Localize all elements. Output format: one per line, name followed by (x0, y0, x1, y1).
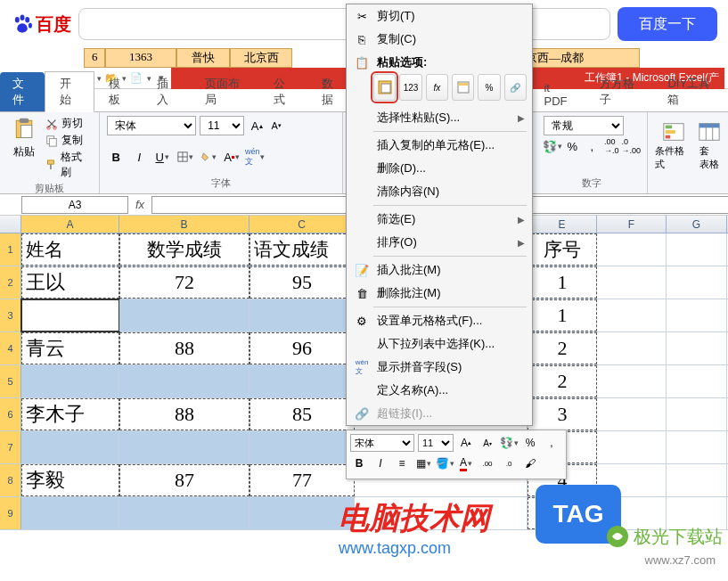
pinyin-button[interactable]: wén文▾ (246, 148, 264, 166)
cell[interactable]: 95 (249, 266, 355, 299)
number-format-select[interactable]: 常规 (544, 116, 624, 135)
tab-layout[interactable]: 页面布局 (191, 72, 258, 111)
cell[interactable]: 青云 (21, 332, 119, 364)
cell[interactable] (597, 299, 667, 331)
tab-home[interactable]: 开始 (45, 71, 94, 112)
tab-template[interactable]: 模板 (94, 72, 143, 111)
cell[interactable]: 3 (528, 398, 597, 430)
comma-icon[interactable]: , (543, 434, 560, 452)
tab-diy[interactable]: DIY工具箱 (653, 72, 728, 111)
row-header[interactable]: 8 (0, 464, 21, 496)
fill-color-button[interactable]: ▾ (200, 148, 217, 166)
cell[interactable] (597, 365, 667, 397)
row-header[interactable]: 1 (0, 233, 21, 266)
ctx-insert-copied[interactable]: 插入复制的单元格(E)... (347, 134, 532, 157)
comma-icon[interactable]: , (583, 137, 601, 155)
tab-pdf[interactable]: it PDF (529, 78, 585, 111)
ctx-filter[interactable]: 筛选(E)▶ (347, 208, 532, 231)
mini-size-select[interactable]: 11 (418, 434, 454, 452)
ctx-insert-comment[interactable]: 📝插入批注(M) (347, 258, 532, 282)
underline-button[interactable]: U▾ (153, 148, 171, 166)
paste-opt-formula[interactable]: fx (426, 74, 448, 101)
cell[interactable]: 李毅 (21, 464, 119, 496)
cell[interactable]: 1 (528, 266, 597, 299)
font-color-icon[interactable]: A▾ (457, 454, 475, 472)
cell[interactable] (249, 299, 355, 331)
fx-icon[interactable]: fx (135, 198, 144, 211)
percent-icon[interactable]: % (563, 137, 581, 155)
col-header-G[interactable]: G (667, 216, 727, 233)
font-name-select[interactable]: 宋体 (107, 116, 196, 135)
copy-button[interactable]: 复制 (45, 133, 92, 148)
cell[interactable] (119, 431, 249, 463)
percent-icon[interactable]: % (521, 434, 539, 452)
row-header[interactable]: 5 (0, 365, 21, 397)
col-header-E[interactable]: E (528, 216, 597, 233)
conditional-format-button[interactable]: 条件格式 (655, 121, 692, 190)
currency-icon[interactable]: 💱▾ (500, 434, 518, 452)
mini-font-select[interactable]: 宋体 (350, 434, 414, 452)
cell[interactable] (667, 431, 727, 463)
cell[interactable]: 2 (528, 332, 597, 364)
border-button[interactable]: ▾ (176, 148, 194, 166)
ctx-paste-special[interactable]: 选择性粘贴(S)...▶ (347, 106, 532, 129)
cell[interactable]: 数学成绩 (119, 233, 249, 266)
row-header[interactable]: 4 (0, 332, 21, 364)
tab-fgz[interactable]: 方方格子 (585, 72, 653, 111)
cell[interactable] (249, 365, 355, 397)
cell[interactable] (667, 233, 727, 266)
ctx-cut[interactable]: ✂剪切(T) (347, 4, 532, 28)
ctx-dropdown-pick[interactable]: 从下拉列表中选择(K)... (347, 332, 532, 356)
fill-color-icon[interactable]: 🪣▾ (436, 454, 454, 472)
paste-opt-values[interactable]: 123 (399, 74, 421, 101)
cell[interactable]: 87 (119, 464, 249, 496)
cell[interactable] (667, 464, 727, 496)
row-header[interactable]: 9 (0, 497, 21, 529)
tab-file[interactable]: 文件 (0, 72, 45, 111)
cell[interactable]: 姓名 (21, 233, 119, 266)
format-painter-icon[interactable]: 🖌 (521, 454, 539, 472)
cell[interactable] (597, 266, 667, 299)
col-header-A[interactable]: A (21, 216, 119, 233)
tab-insert[interactable]: 插入 (143, 72, 191, 111)
bold-button[interactable]: B (107, 148, 125, 166)
cell[interactable] (119, 365, 249, 397)
cell[interactable] (667, 299, 727, 331)
bold-button[interactable]: B (350, 454, 368, 472)
col-header-F[interactable]: F (597, 216, 667, 233)
currency-icon[interactable]: 💱▾ (544, 137, 561, 155)
name-box[interactable] (21, 196, 128, 214)
row-header[interactable]: 2 (0, 266, 21, 299)
format-table-button[interactable]: 套 表格 (698, 121, 721, 190)
decrease-decimal-icon[interactable]: .0→.00 (622, 137, 640, 155)
ctx-hyperlink[interactable]: 🔗超链接(I)... (347, 402, 532, 425)
cell[interactable] (597, 431, 667, 463)
cell-active[interactable] (21, 299, 119, 331)
ctx-sort[interactable]: 排序(O)▶ (347, 231, 532, 254)
decrease-font-icon[interactable]: A▾ (479, 434, 496, 452)
italic-button[interactable]: I (130, 148, 148, 166)
paste-opt-all[interactable] (373, 74, 396, 101)
cell[interactable]: 85 (249, 398, 355, 430)
decrease-decimal-icon[interactable]: .0 (500, 454, 518, 472)
cell[interactable]: 语文成绩 (249, 233, 355, 266)
col-header-C[interactable]: C (249, 216, 355, 233)
tab-formula[interactable]: 公式 (259, 72, 307, 111)
cell[interactable]: 王以 (21, 266, 119, 299)
cell[interactable] (667, 332, 727, 364)
cell[interactable]: 序号 (528, 233, 597, 266)
cell[interactable]: 88 (119, 398, 249, 430)
increase-decimal-icon[interactable]: .00 (479, 454, 496, 472)
cell[interactable]: 2 (528, 365, 597, 397)
cell[interactable]: 77 (249, 464, 355, 496)
decrease-font-icon[interactable]: A▾ (267, 117, 285, 135)
cut-button[interactable]: 剪切 (45, 116, 92, 131)
cell[interactable] (119, 497, 249, 529)
cell[interactable] (21, 365, 119, 397)
row-header[interactable]: 6 (0, 398, 21, 430)
ctx-format-cells[interactable]: ⚙设置单元格格式(F)... (347, 309, 532, 332)
col-header-B[interactable]: B (119, 216, 249, 233)
cell[interactable] (597, 398, 667, 430)
cell[interactable]: 88 (119, 332, 249, 364)
cell[interactable] (249, 431, 355, 463)
